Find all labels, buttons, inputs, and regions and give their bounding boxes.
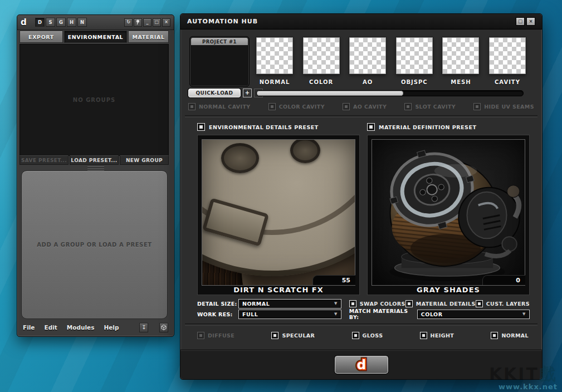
checkbox-material-details[interactable]: MATERIAL DETAILS	[405, 300, 476, 307]
map-label: CAVITY	[495, 79, 520, 85]
hub-title: AUTOMATION HUB	[187, 18, 514, 25]
checkbox-swap-colors[interactable]: SWAP COLORS	[349, 300, 405, 307]
drop-hint-label: ADD A GROUP OR LOAD A PRESET	[37, 242, 152, 248]
checkbox-hide-uv-seams[interactable]: HIDE UV SEAMS	[473, 103, 534, 110]
dock-button-n[interactable]: N	[77, 18, 87, 27]
desktop: d D S G H N ↻ _ □ × EXPORT ENVIRONMENTAL…	[0, 0, 562, 392]
mat-preset-value: 0	[482, 275, 525, 285]
mat-preset-name: GRAY SHADES	[368, 286, 529, 294]
settings-row: DETAIL SIZE: NORMAL▼ WORK RES: FULL▼ SWA…	[197, 299, 530, 320]
environmental-preset-section: ENVIRONMENTAL DETAILS PRESET 55 DIRT N S…	[197, 123, 360, 295]
checkbox-normal-cavity[interactable]: NORMAL CAVITY	[188, 103, 251, 110]
svg-text:d: d	[356, 357, 365, 372]
mat-preset-header-label: MATERIAL DEFINITION PRESET	[379, 124, 476, 130]
new-group-button[interactable]: NEW GROUP	[120, 155, 169, 165]
quick-load-button[interactable]: QUICK-LOAD	[188, 89, 241, 97]
map-thumbnail-normal[interactable]	[256, 37, 293, 74]
no-groups-label: NO GROUPS	[73, 97, 115, 103]
tab-material[interactable]: MATERIAL	[128, 31, 169, 43]
save-preset-button[interactable]: SAVE PRESET...	[19, 155, 69, 165]
map-thumbnail-color[interactable]	[303, 37, 340, 74]
menu-edit[interactable]: Edit	[45, 324, 57, 331]
map-label: AO	[363, 79, 373, 85]
mat-preset-preview[interactable]: 0 GRAY SHADES	[367, 135, 530, 295]
checkbox-color-cavity[interactable]: COLOR CAVITY	[268, 103, 325, 110]
map-slot: OBJSPC	[393, 37, 436, 85]
checkbox-specular[interactable]: SPECULAR	[271, 332, 315, 339]
map-slot: COLOR	[300, 37, 343, 85]
map-slot: CAVITY	[486, 37, 529, 85]
tab-environmental[interactable]: ENVIRONMENTAL	[64, 31, 127, 43]
map-thumbnail-cavity[interactable]	[489, 37, 526, 74]
checkbox-cust-layers[interactable]: CUST. LAYERS	[476, 300, 530, 307]
maximize-icon[interactable]: □	[516, 17, 525, 26]
menu-help[interactable]: Help	[104, 324, 119, 331]
maps-scrollbar[interactable]	[256, 90, 524, 96]
package-icon[interactable]	[159, 323, 168, 332]
map-label: COLOR	[309, 79, 333, 85]
pin-icon[interactable]	[134, 18, 142, 27]
env-preset-preview[interactable]: 55 DIRT N SCRATCH FX	[197, 135, 360, 295]
dock-button-g[interactable]: G	[56, 18, 66, 27]
checkbox-mat-preset[interactable]	[367, 123, 375, 131]
refresh-icon[interactable]: ↻	[124, 18, 133, 27]
hub-titlebar[interactable]: AUTOMATION HUB □ ×	[180, 14, 542, 30]
match-materials-label: MATCH MATERIALS BY:	[349, 308, 417, 320]
preset-drop-area[interactable]: ADD A GROUP OR LOAD A PRESET	[21, 170, 168, 319]
checkbox-env-preset[interactable]	[197, 123, 205, 131]
menu-modules[interactable]: Modules	[67, 324, 95, 331]
checkbox-diffuse[interactable]: DIFFUSE	[197, 332, 234, 339]
close-icon[interactable]: ×	[526, 17, 535, 26]
checkbox-gloss[interactable]: GLOSS	[352, 332, 383, 339]
chevron-down-icon: ▼	[522, 312, 526, 316]
module-tabs: EXPORT ENVIRONMENTAL MATERIAL	[19, 31, 169, 43]
detail-size-dropdown[interactable]: NORMAL▼	[238, 299, 341, 308]
maps-scrollbar-thumb[interactable]	[257, 91, 403, 96]
dock-button-d[interactable]: D	[35, 18, 45, 27]
download-icon[interactable]: ↧	[139, 323, 148, 332]
work-res-dropdown[interactable]: FULL▼	[238, 310, 341, 319]
map-label: OBJSPC	[401, 79, 428, 85]
chevron-down-icon: ▼	[334, 302, 338, 306]
map-label: MESH	[451, 79, 471, 85]
menu-file[interactable]: File	[23, 324, 35, 331]
divider	[185, 115, 537, 117]
app-logo-icon: d	[21, 18, 32, 27]
checkbox-ao-cavity[interactable]: AO CAVITY	[343, 103, 387, 110]
checkbox-normal[interactable]: NORMAL	[491, 332, 529, 339]
map-thumbnail-objspc[interactable]	[396, 37, 433, 74]
menu-bar: File Edit Modules Help ↧	[17, 321, 174, 334]
mat-preset-header: MATERIAL DEFINITION PRESET	[367, 123, 530, 131]
automation-hub-window: AUTOMATION HUB □ × PROJECT #1 QUICK-LOAD…	[180, 13, 543, 380]
env-preset-value: 55	[312, 275, 355, 285]
material-preset-section: MATERIAL DEFINITION PRESET	[367, 123, 530, 295]
maximize-icon[interactable]: □	[153, 18, 161, 27]
map-slot: AO	[346, 37, 389, 85]
env-preset-header: ENVIRONMENTAL DETAILS PRESET	[197, 123, 360, 131]
ddo-logo-icon: d d	[349, 357, 374, 373]
material-settings: SWAP COLORS MATERIAL DETAILS CUST. LAYER…	[341, 299, 530, 320]
work-res-label: WORK RES:	[197, 311, 238, 317]
map-thumbnail-ao[interactable]	[349, 37, 386, 74]
match-materials-dropdown[interactable]: COLOR▼	[417, 310, 530, 319]
quick-load-row: QUICK-LOAD + −	[188, 89, 263, 97]
map-slot: MESH	[439, 37, 482, 85]
add-project-button[interactable]: +	[243, 89, 252, 97]
project-slot[interactable]: PROJECT #1	[189, 36, 250, 87]
env-preset-header-label: ENVIRONMENTAL DETAILS PRESET	[209, 124, 319, 130]
dock-button-s[interactable]: S	[46, 18, 55, 27]
map-slot: NORMAL	[253, 37, 296, 85]
project-label: PROJECT #1	[191, 38, 248, 45]
map-thumbnail-mesh[interactable]	[442, 37, 479, 74]
tab-export[interactable]: EXPORT	[19, 31, 63, 43]
groups-panel: NO GROUPS	[19, 44, 169, 156]
checkbox-height[interactable]: HEIGHT	[420, 332, 455, 339]
ddo-titlebar[interactable]: d D S G H N ↻ _ □ ×	[17, 15, 174, 30]
checkbox-slot-cavity[interactable]: SLOT CAVITY	[404, 103, 456, 110]
minimize-icon[interactable]: _	[143, 18, 152, 27]
map-slot-row: NORMAL COLOR AO OBJSPC MESH CAVITY	[253, 37, 529, 85]
close-icon[interactable]: ×	[162, 18, 170, 27]
dock-button-h[interactable]: H	[67, 18, 76, 27]
load-preset-button[interactable]: LOAD PRESET...	[70, 155, 119, 165]
ddo-logo-button[interactable]: d d	[335, 356, 388, 374]
